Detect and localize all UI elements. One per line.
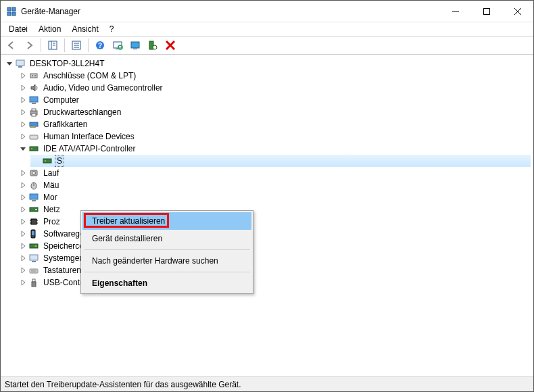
hid-icon xyxy=(28,131,39,142)
tree-label: S xyxy=(55,155,64,166)
device-tree-panel[interactable]: DESKTOP-3LL2H4T Anschlüsse (COM & LPT) A… xyxy=(1,55,533,376)
svg-rect-21 xyxy=(131,42,139,48)
tree-root-label: DESKTOP-3LL2H4T xyxy=(28,58,106,69)
toolbar: ? xyxy=(1,36,533,55)
ide-controller-icon xyxy=(42,155,53,166)
expander-closed-icon[interactable] xyxy=(18,181,27,190)
system-device-icon xyxy=(28,253,39,264)
menu-help[interactable]: ? xyxy=(105,23,118,35)
toolbar-help-button[interactable]: ? xyxy=(92,37,108,53)
svg-rect-51 xyxy=(35,209,37,210)
expander-closed-icon[interactable] xyxy=(18,278,27,287)
toolbar-uninstall-button[interactable] xyxy=(145,37,161,53)
svg-rect-37 xyxy=(30,122,38,126)
toolbar-scan-hardware-button[interactable] xyxy=(110,37,126,53)
expander-closed-icon[interactable] xyxy=(18,169,27,178)
svg-point-45 xyxy=(32,172,36,175)
tree-category-audio[interactable]: Audio, Video und Gamecontroller xyxy=(17,82,531,94)
ide-controller-icon xyxy=(28,143,39,154)
expander-closed-icon[interactable] xyxy=(18,230,27,239)
tree-category-printqueues[interactable]: Druckwarteschlangen xyxy=(17,106,531,118)
ctx-properties[interactable]: Eigenschaften xyxy=(82,274,251,292)
tree-category-display[interactable]: Grafikkarten xyxy=(17,118,531,130)
svg-rect-0 xyxy=(7,7,11,11)
tree-category-computer[interactable]: Computer xyxy=(17,94,531,106)
svg-rect-1 xyxy=(12,7,16,11)
svg-rect-32 xyxy=(30,97,38,102)
svg-rect-38 xyxy=(30,127,36,128)
menu-view[interactable]: Ansicht xyxy=(68,23,102,35)
expander-closed-icon[interactable] xyxy=(18,205,27,214)
svg-rect-3 xyxy=(12,12,16,16)
expander-closed-icon[interactable] xyxy=(18,120,27,129)
tree-label: Tastaturen xyxy=(42,265,82,276)
svg-rect-22 xyxy=(133,49,137,49)
expander-open-icon[interactable] xyxy=(5,59,14,68)
tree-category-disk[interactable]: Lauf xyxy=(17,167,531,179)
svg-rect-52 xyxy=(31,219,37,224)
toolbar-forward-button[interactable] xyxy=(21,37,37,53)
tree-label: Lauf xyxy=(42,168,60,178)
tree-category-monitors[interactable]: Mor xyxy=(17,191,531,203)
svg-point-24 xyxy=(153,45,157,49)
svg-rect-63 xyxy=(30,269,38,273)
expander-closed-icon[interactable] xyxy=(18,218,27,226)
ctx-separator xyxy=(84,249,250,250)
tree-category-ports[interactable]: Anschlüsse (COM & LPT) xyxy=(17,70,531,82)
menu-file[interactable]: Datei xyxy=(5,23,32,35)
tree-item-ide-device[interactable]: S xyxy=(30,155,531,167)
expander-closed-icon[interactable] xyxy=(18,132,27,141)
tree-label: Proz xyxy=(42,216,62,227)
toolbar-separator xyxy=(64,39,65,52)
toolbar-show-hide-tree-button[interactable] xyxy=(45,37,61,53)
expander-closed-icon[interactable] xyxy=(18,242,27,251)
expander-closed-icon[interactable] xyxy=(18,193,27,202)
expander-closed-icon[interactable] xyxy=(18,84,27,93)
tree-label: Netz xyxy=(42,204,62,215)
close-button[interactable] xyxy=(502,1,533,22)
toolbar-back-button[interactable] xyxy=(3,37,20,53)
statusbar: Startet den Treiberupdate-Assistenten fü… xyxy=(1,376,533,391)
expander-closed-icon[interactable] xyxy=(18,254,27,263)
ctx-update-driver[interactable]: Treiber aktualisieren xyxy=(82,212,251,230)
tree-label: Human Interface Devices xyxy=(42,131,136,142)
tree-label: Computer xyxy=(42,95,80,105)
expander-closed-icon[interactable] xyxy=(18,96,27,105)
window-title: Geräte-Manager xyxy=(21,7,440,16)
ports-icon xyxy=(28,70,39,81)
display-adapter-icon xyxy=(28,119,39,130)
svg-rect-36 xyxy=(32,114,36,116)
ctx-scan-hardware[interactable]: Nach geänderter Hardware suchen xyxy=(82,252,251,270)
menu-action[interactable]: Aktion xyxy=(34,23,65,35)
toolbar-properties-button[interactable] xyxy=(68,37,84,53)
svg-rect-29 xyxy=(30,74,37,78)
svg-text:?: ? xyxy=(98,42,102,49)
tree-category-mice[interactable]: Mäu xyxy=(17,179,531,191)
expander-closed-icon[interactable] xyxy=(18,72,27,80)
svg-rect-58 xyxy=(32,231,34,235)
svg-rect-2 xyxy=(7,12,11,16)
software-device-icon xyxy=(28,228,39,239)
network-adapter-icon xyxy=(28,204,39,215)
tree-root[interactable]: DESKTOP-3LL2H4T xyxy=(3,57,531,70)
maximize-button[interactable] xyxy=(471,1,502,22)
expander-open-icon[interactable] xyxy=(18,145,27,153)
minimize-button[interactable] xyxy=(440,1,471,22)
svg-rect-61 xyxy=(30,255,38,260)
tree-category-ide[interactable]: IDE ATA/ATAPI-Controller xyxy=(17,143,531,155)
svg-rect-40 xyxy=(30,147,38,151)
tree-category-hid[interactable]: Human Interface Devices xyxy=(17,130,531,143)
toolbar-update-driver-button[interactable] xyxy=(127,37,143,53)
tree-label: Mor xyxy=(42,192,59,203)
mouse-icon xyxy=(28,180,39,191)
toolbar-separator xyxy=(88,39,89,52)
svg-rect-42 xyxy=(43,159,51,163)
ctx-uninstall-device[interactable]: Gerät deinstallieren xyxy=(82,230,251,247)
printer-icon xyxy=(28,107,39,118)
expander-closed-icon[interactable] xyxy=(18,108,27,117)
titlebar: Geräte-Manager xyxy=(1,1,533,22)
toolbar-delete-button[interactable] xyxy=(162,37,178,53)
expander-closed-icon[interactable] xyxy=(18,266,27,275)
svg-rect-43 xyxy=(45,160,46,162)
ctx-separator xyxy=(84,272,250,272)
